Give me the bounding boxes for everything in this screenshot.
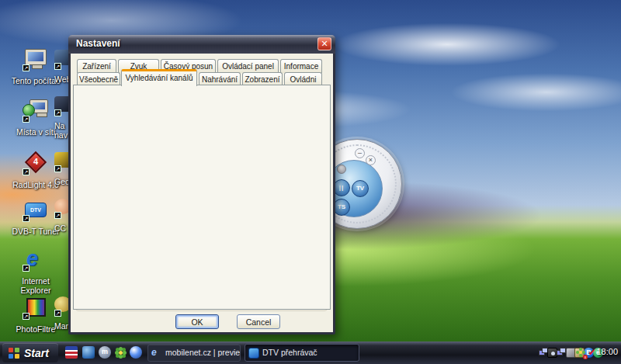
icq-flower-offline-icon[interactable]: x [576,348,586,358]
start-button-label: Start [24,347,49,359]
dialog-close-button[interactable]: ✕ [317,37,331,50]
shortcut-arrow-icon: ↗ [23,116,29,123]
shortcut-arrow-icon: ↗ [54,165,61,172]
my-computer-icon [25,49,47,65]
tab-zarizeni[interactable]: Zařízení [77,59,116,73]
windows-flag-icon [9,348,20,359]
media-player-icon[interactable] [130,346,142,359]
shortcut-arrow-icon: ↗ [54,212,61,219]
ok-button[interactable]: OK [175,314,219,329]
tab-vyhledavani-kanalu[interactable]: Vyhledávání kanálů [121,69,197,86]
blue-app-icon[interactable] [82,346,95,359]
m-app-icon[interactable]: m [99,346,111,359]
shortcut-arrow-icon: ↗ [54,109,61,116]
settings-dialog: Nastavení ✕ Zařízení Zvuk Časový posun O… [68,35,335,335]
task-label: DTV přehrávač [262,348,317,357]
icq-flower-icon[interactable] [114,346,127,359]
taskbar-clock: 18:00 [596,347,618,356]
tab-page [73,85,331,310]
dtv-player-icon [248,348,259,359]
shortcut-arrow-icon: ↗ [54,63,61,70]
shortcut-arrow-icon: ↗ [23,215,29,222]
shortcut-arrow-icon: ↗ [23,64,29,71]
dialog-titlebar[interactable]: Nastavení ✕ [68,35,335,54]
shortcut-arrow-icon: ↗ [23,313,29,320]
tv-button[interactable]: TV [352,180,369,197]
start-button[interactable]: Start [2,343,58,362]
dialog-title: Nastavení [76,38,120,49]
player-close-button[interactable]: × [366,155,376,165]
task-label: mobilenet.cz | previe... [165,348,241,357]
desktop-icon-label: Internet Explorer [6,276,65,295]
taskbar: Start m e mobilenet.cz | previe... DTV p… [0,341,621,364]
shortcut-arrow-icon: ↗ [23,265,29,272]
cancel-button[interactable]: Cancel [237,314,280,329]
tab-ovladaci-panel[interactable]: Ovládací panel [217,59,279,73]
timeshift-button[interactable]: TS [333,199,350,216]
player-indicator-dot [337,165,346,174]
globe-icon [23,104,35,116]
player-minimize-button[interactable]: – [355,148,365,158]
tab-informace[interactable]: Informace [280,59,322,73]
shortcut-arrow-icon: ↗ [23,168,29,175]
internet-explorer-icon: e [151,348,162,359]
shortcut-arrow-icon: ↗ [54,310,61,317]
taskbar-task-dtv-player[interactable]: DTV přehrávač [245,344,359,362]
mail-app-icon[interactable] [65,346,78,359]
desktop-icon-internet-explorer[interactable]: e↗ Internet Explorer [6,247,65,295]
desktop: ↗ Tento počítač ↗ Místa v síti 4↗ RadLig… [0,0,621,364]
pause-button[interactable]: || [333,179,350,196]
taskbar-task-mobilenet[interactable]: e mobilenet.cz | previe... [147,344,241,362]
